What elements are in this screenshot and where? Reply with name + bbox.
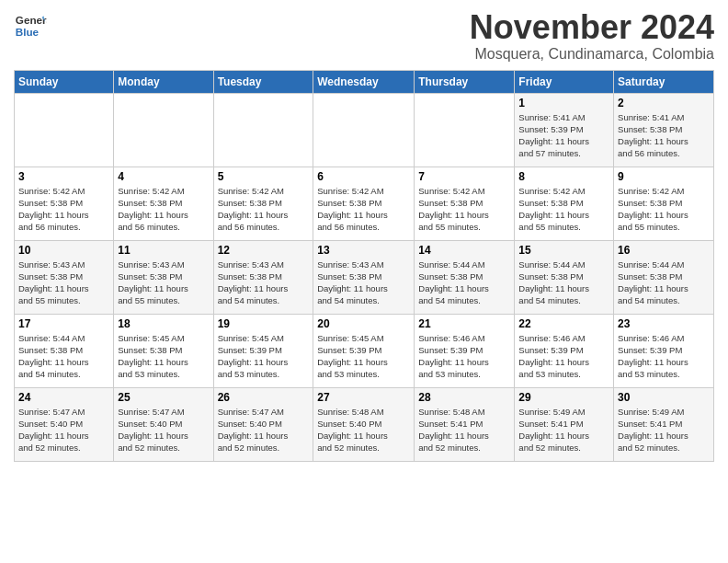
calendar-week-3: 10Sunrise: 5:43 AM Sunset: 5:38 PM Dayli… (15, 240, 714, 314)
calendar-cell (415, 93, 515, 167)
day-info: Sunrise: 5:42 AM Sunset: 5:38 PM Dayligh… (18, 185, 109, 234)
day-number: 2 (618, 97, 710, 109)
day-number: 4 (118, 170, 209, 183)
calendar-cell: 28Sunrise: 5:48 AM Sunset: 5:41 PM Dayli… (415, 387, 515, 461)
calendar-cell: 29Sunrise: 5:49 AM Sunset: 5:41 PM Dayli… (515, 387, 614, 461)
location: Mosquera, Cundinamarca, Colombia (470, 46, 714, 63)
calendar-cell: 19Sunrise: 5:45 AM Sunset: 5:39 PM Dayli… (213, 314, 313, 387)
calendar-cell: 3Sunrise: 5:42 AM Sunset: 5:38 PM Daylig… (15, 167, 114, 240)
calendar-cell (114, 93, 213, 167)
day-number: 13 (317, 244, 410, 257)
calendar-cell: 4Sunrise: 5:42 AM Sunset: 5:38 PM Daylig… (114, 167, 213, 240)
calendar-cell: 16Sunrise: 5:44 AM Sunset: 5:38 PM Dayli… (614, 240, 714, 314)
calendar-cell: 18Sunrise: 5:45 AM Sunset: 5:38 PM Dayli… (114, 314, 213, 387)
day-info: Sunrise: 5:42 AM Sunset: 5:38 PM Dayligh… (118, 185, 209, 234)
day-info: Sunrise: 5:48 AM Sunset: 5:40 PM Dayligh… (317, 406, 410, 454)
weekday-header-row: SundayMondayTuesdayWednesdayThursdayFrid… (15, 70, 714, 93)
day-info: Sunrise: 5:46 AM Sunset: 5:39 PM Dayligh… (618, 332, 710, 381)
calendar-week-2: 3Sunrise: 5:42 AM Sunset: 5:38 PM Daylig… (15, 167, 714, 240)
day-info: Sunrise: 5:46 AM Sunset: 5:39 PM Dayligh… (518, 332, 609, 381)
title-section: November 2024 Mosquera, Cundinamarca, Co… (470, 9, 714, 63)
day-info: Sunrise: 5:45 AM Sunset: 5:39 PM Dayligh… (218, 332, 310, 381)
day-info: Sunrise: 5:47 AM Sunset: 5:40 PM Dayligh… (218, 406, 310, 454)
svg-text:Blue: Blue (16, 26, 40, 38)
day-number: 29 (518, 391, 609, 404)
day-info: Sunrise: 5:45 AM Sunset: 5:38 PM Dayligh… (118, 332, 209, 381)
day-info: Sunrise: 5:41 AM Sunset: 5:38 PM Dayligh… (618, 111, 710, 160)
day-info: Sunrise: 5:46 AM Sunset: 5:39 PM Dayligh… (418, 332, 510, 381)
page-header: General Blue November 2024 Mosquera, Cun… (14, 9, 714, 63)
day-number: 23 (618, 317, 710, 330)
calendar-cell: 8Sunrise: 5:42 AM Sunset: 5:38 PM Daylig… (515, 167, 614, 240)
day-number: 15 (518, 244, 609, 257)
calendar-cell: 2Sunrise: 5:41 AM Sunset: 5:38 PM Daylig… (614, 93, 714, 167)
calendar-week-1: 1Sunrise: 5:41 AM Sunset: 5:39 PM Daylig… (15, 93, 714, 167)
calendar-cell: 23Sunrise: 5:46 AM Sunset: 5:39 PM Dayli… (614, 314, 714, 387)
weekday-header-saturday: Saturday (614, 70, 714, 93)
day-info: Sunrise: 5:44 AM Sunset: 5:38 PM Dayligh… (518, 259, 609, 307)
day-number: 25 (118, 391, 209, 404)
weekday-header-sunday: Sunday (15, 70, 114, 93)
calendar-cell: 17Sunrise: 5:44 AM Sunset: 5:38 PM Dayli… (15, 314, 114, 387)
calendar-cell: 6Sunrise: 5:42 AM Sunset: 5:38 PM Daylig… (313, 167, 415, 240)
day-number: 19 (218, 317, 310, 330)
logo: General Blue (14, 9, 47, 42)
day-number: 3 (18, 170, 109, 183)
calendar-cell: 24Sunrise: 5:47 AM Sunset: 5:40 PM Dayli… (15, 387, 114, 461)
svg-text:General: General (16, 14, 47, 26)
weekday-header-friday: Friday (515, 70, 614, 93)
calendar-cell (313, 93, 415, 167)
weekday-header-wednesday: Wednesday (313, 70, 415, 93)
day-number: 24 (18, 391, 109, 404)
day-number: 26 (218, 391, 310, 404)
weekday-header-tuesday: Tuesday (213, 70, 313, 93)
logo-icon: General Blue (14, 9, 47, 42)
day-number: 17 (18, 317, 109, 330)
day-info: Sunrise: 5:43 AM Sunset: 5:38 PM Dayligh… (317, 259, 410, 307)
day-info: Sunrise: 5:43 AM Sunset: 5:38 PM Dayligh… (18, 259, 109, 307)
month-title: November 2024 (470, 9, 714, 46)
calendar-cell: 11Sunrise: 5:43 AM Sunset: 5:38 PM Dayli… (114, 240, 213, 314)
weekday-header-thursday: Thursday (415, 70, 515, 93)
day-number: 18 (118, 317, 209, 330)
calendar-cell: 21Sunrise: 5:46 AM Sunset: 5:39 PM Dayli… (415, 314, 515, 387)
day-info: Sunrise: 5:47 AM Sunset: 5:40 PM Dayligh… (118, 406, 209, 454)
calendar-cell: 9Sunrise: 5:42 AM Sunset: 5:38 PM Daylig… (614, 167, 714, 240)
day-info: Sunrise: 5:42 AM Sunset: 5:38 PM Dayligh… (218, 185, 310, 234)
calendar-cell: 5Sunrise: 5:42 AM Sunset: 5:38 PM Daylig… (213, 167, 313, 240)
calendar-cell: 12Sunrise: 5:43 AM Sunset: 5:38 PM Dayli… (213, 240, 313, 314)
calendar-cell: 30Sunrise: 5:49 AM Sunset: 5:41 PM Dayli… (614, 387, 714, 461)
day-info: Sunrise: 5:44 AM Sunset: 5:38 PM Dayligh… (18, 332, 109, 381)
day-number: 11 (118, 244, 209, 257)
calendar-week-4: 17Sunrise: 5:44 AM Sunset: 5:38 PM Dayli… (15, 314, 714, 387)
day-number: 8 (518, 170, 609, 183)
day-number: 16 (618, 244, 710, 257)
calendar-cell: 27Sunrise: 5:48 AM Sunset: 5:40 PM Dayli… (313, 387, 415, 461)
day-info: Sunrise: 5:42 AM Sunset: 5:38 PM Dayligh… (418, 185, 510, 234)
calendar-cell: 14Sunrise: 5:44 AM Sunset: 5:38 PM Dayli… (415, 240, 515, 314)
day-number: 30 (618, 391, 710, 404)
day-number: 1 (518, 97, 609, 109)
day-number: 14 (418, 244, 510, 257)
day-info: Sunrise: 5:42 AM Sunset: 5:38 PM Dayligh… (618, 185, 710, 234)
day-number: 6 (317, 170, 410, 183)
calendar-week-5: 24Sunrise: 5:47 AM Sunset: 5:40 PM Dayli… (15, 387, 714, 461)
calendar-cell (15, 93, 114, 167)
calendar-table: SundayMondayTuesdayWednesdayThursdayFrid… (14, 70, 714, 462)
calendar-cell: 25Sunrise: 5:47 AM Sunset: 5:40 PM Dayli… (114, 387, 213, 461)
day-info: Sunrise: 5:49 AM Sunset: 5:41 PM Dayligh… (518, 406, 609, 454)
day-info: Sunrise: 5:42 AM Sunset: 5:38 PM Dayligh… (317, 185, 410, 234)
day-info: Sunrise: 5:43 AM Sunset: 5:38 PM Dayligh… (118, 259, 209, 307)
day-info: Sunrise: 5:48 AM Sunset: 5:41 PM Dayligh… (418, 406, 510, 454)
calendar-cell: 1Sunrise: 5:41 AM Sunset: 5:39 PM Daylig… (515, 93, 614, 167)
calendar-cell (213, 93, 313, 167)
day-info: Sunrise: 5:41 AM Sunset: 5:39 PM Dayligh… (518, 111, 609, 160)
calendar-cell: 7Sunrise: 5:42 AM Sunset: 5:38 PM Daylig… (415, 167, 515, 240)
calendar-cell: 22Sunrise: 5:46 AM Sunset: 5:39 PM Dayli… (515, 314, 614, 387)
calendar-cell: 15Sunrise: 5:44 AM Sunset: 5:38 PM Dayli… (515, 240, 614, 314)
day-info: Sunrise: 5:45 AM Sunset: 5:39 PM Dayligh… (317, 332, 410, 381)
calendar-cell: 10Sunrise: 5:43 AM Sunset: 5:38 PM Dayli… (15, 240, 114, 314)
day-info: Sunrise: 5:44 AM Sunset: 5:38 PM Dayligh… (618, 259, 710, 307)
weekday-header-monday: Monday (114, 70, 213, 93)
day-number: 28 (418, 391, 510, 404)
